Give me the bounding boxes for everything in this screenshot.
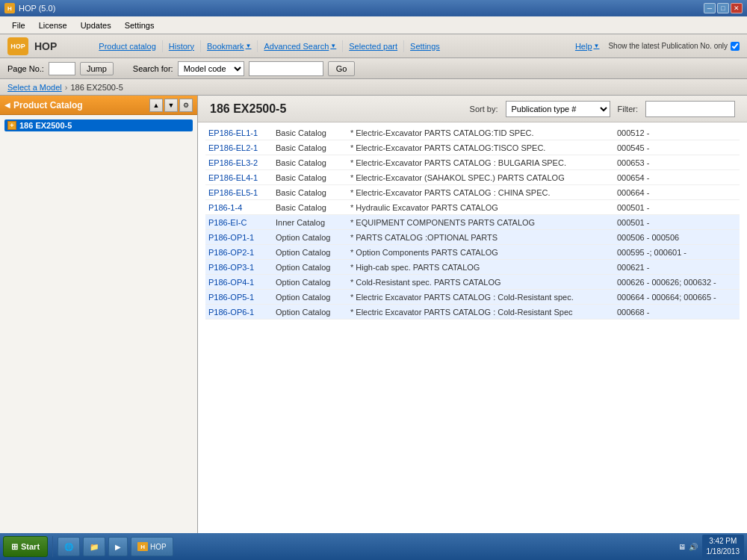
catalog-row-id[interactable]: P186-OP2-1 — [208, 248, 276, 257]
nav-selected-part[interactable]: Selected part — [343, 40, 404, 52]
nav-product-catalog[interactable]: Product catalog — [93, 40, 162, 52]
taskbar-ie-button[interactable]: 🌐 — [58, 537, 80, 556]
catalog-row[interactable]: P186-OP1-1Option Catalog* PARTS CATALOG … — [205, 230, 740, 245]
sidebar-header: ◀ Product Catalog ▲ ▼ ⚙ — [0, 96, 197, 115]
taskbar-folder-button[interactable]: 📁 — [83, 537, 105, 556]
minimize-button[interactable]: ─ — [704, 3, 716, 13]
taskbar-volume-icon: 🔊 — [689, 543, 698, 551]
menu-updates[interactable]: Updates — [75, 19, 117, 31]
filter-input[interactable] — [645, 101, 735, 117]
catalog-row[interactable]: P186-1-4Basic Catalog* Hydraulic Excavat… — [205, 200, 740, 215]
tree-expand-icon[interactable]: + — [7, 121, 16, 130]
taskbar-clock: 3:42 PM 1/18/2013 — [702, 535, 745, 559]
catalog-row-desc: * Electric-Excavator PARTS CATALOG : CHI… — [350, 188, 617, 197]
catalog-row-id[interactable]: EP186-EL2-1 — [208, 143, 276, 152]
main-content: ◀ Product Catalog ▲ ▼ ⚙ + 186 EX2500-5 1… — [0, 96, 747, 538]
catalog-row[interactable]: EP186-EL1-1Basic Catalog* Electric-Excav… — [205, 125, 740, 140]
catalog-row[interactable]: P186-OP6-1Option Catalog* Electric Excav… — [205, 305, 740, 320]
catalog-row[interactable]: P186-OP2-1Option Catalog* Option Compone… — [205, 245, 740, 260]
maximize-button[interactable]: □ — [717, 3, 729, 13]
menu-license[interactable]: License — [33, 19, 73, 31]
filter-label: Filter: — [618, 105, 639, 113]
catalog-table: EP186-EL1-1Basic Catalog* Electric-Excav… — [198, 122, 747, 538]
catalog-row[interactable]: P186-OP4-1Option Catalog* Cold-Resistant… — [205, 275, 740, 290]
search-input[interactable] — [249, 61, 323, 76]
title-bar-text: HOP (5.0) — [19, 4, 55, 13]
catalog-row-type: Inner Catalog — [276, 218, 350, 227]
app-icon: H — [4, 3, 15, 13]
nav-help[interactable]: Help — [569, 40, 606, 52]
breadcrumb-bar: Select a Model › 186 EX2500-5 — [0, 79, 747, 96]
sidebar-settings-button[interactable]: ⚙ — [179, 99, 193, 112]
taskbar-hop-icon: H — [137, 542, 148, 551]
menu-file[interactable]: File — [6, 19, 31, 31]
catalog-row-id[interactable]: EP186-EL1-1 — [208, 128, 276, 137]
content-title: 186 EX2500-5 — [210, 102, 462, 116]
page-number-input[interactable] — [49, 62, 75, 75]
catalog-row-type: Basic Catalog — [276, 188, 350, 197]
search-type-select[interactable]: Model code Part number Description — [178, 61, 244, 76]
tree-item-186ex2500[interactable]: + 186 EX2500-5 — [4, 119, 193, 131]
catalog-row-num: 000501 - — [617, 203, 737, 212]
catalog-row-id[interactable]: P186-1-4 — [208, 203, 276, 212]
search-for-label: Search for: — [133, 64, 173, 73]
catalog-row[interactable]: P186-EI-CInner Catalog* EQUIPMENT COMPON… — [205, 215, 740, 230]
show-latest-checkbox[interactable] — [731, 42, 740, 51]
catalog-row-type: Option Catalog — [276, 278, 350, 287]
toolbar-logo: HOP — [7, 37, 28, 55]
catalog-row-id[interactable]: EP186-EL5-1 — [208, 188, 276, 197]
jump-button[interactable]: Jump — [80, 62, 114, 75]
catalog-row-num: 000626 - 000626; 000632 - — [617, 278, 737, 287]
start-windows-icon: ⊞ — [11, 542, 18, 552]
nav-bookmark[interactable]: Bookmark — [201, 40, 258, 52]
catalog-row-desc: * Hydraulic Excavator PARTS CATALOG — [350, 203, 617, 212]
sort-select[interactable]: Publication type # Part number Descripti… — [506, 101, 610, 117]
catalog-row[interactable]: P186-OP5-1Option Catalog* Electric Excav… — [205, 290, 740, 305]
taskbar-hop-button[interactable]: H HOP — [131, 537, 173, 556]
catalog-row-num: 000654 - — [617, 173, 737, 182]
sort-label: Sort by: — [470, 105, 498, 113]
taskbar-media-button[interactable]: ▶ — [108, 537, 128, 556]
show-latest-label: Show the latest Publication No. only — [608, 42, 728, 50]
nav-links: Product catalog History Bookmark Advance… — [93, 40, 445, 52]
catalog-row-id[interactable]: EP186-EL3-2 — [208, 158, 276, 167]
menu-bar: File License Updates Settings — [0, 16, 747, 34]
catalog-row-desc: * Electric Excavator PARTS CATALOG : Col… — [350, 293, 617, 302]
catalog-row[interactable]: EP186-EL3-2Basic Catalog* Electric-Excav… — [205, 155, 740, 170]
content-header: 186 EX2500-5 Sort by: Publication type #… — [198, 96, 747, 122]
sidebar-up-button[interactable]: ▲ — [149, 99, 163, 112]
sidebar-down-button[interactable]: ▼ — [164, 99, 178, 112]
catalog-row-id[interactable]: EP186-EL4-1 — [208, 173, 276, 182]
taskbar-network-icon: 🖥 — [678, 543, 686, 551]
catalog-row-type: Basic Catalog — [276, 173, 350, 182]
catalog-row-id[interactable]: P186-OP3-1 — [208, 263, 276, 272]
menu-settings[interactable]: Settings — [119, 19, 161, 31]
catalog-row-id[interactable]: P186-EI-C — [208, 218, 276, 227]
nav-settings[interactable]: Settings — [404, 40, 446, 52]
catalog-row-id[interactable]: P186-OP5-1 — [208, 293, 276, 302]
catalog-row-type: Basic Catalog — [276, 143, 350, 152]
sidebar: ◀ Product Catalog ▲ ▼ ⚙ + 186 EX2500-5 — [0, 96, 198, 538]
catalog-row-num: 000668 - — [617, 308, 737, 317]
breadcrumb-link[interactable]: Select a Model — [7, 83, 62, 92]
catalog-row-type: Basic Catalog — [276, 203, 350, 212]
catalog-row-num: 000664 - — [617, 188, 737, 197]
sidebar-title: Product Catalog — [13, 100, 146, 111]
sidebar-collapse-icon[interactable]: ◀ — [4, 101, 10, 109]
nav-history[interactable]: History — [163, 40, 201, 52]
go-button[interactable]: Go — [328, 61, 356, 76]
close-button[interactable]: ✕ — [731, 3, 743, 13]
start-button[interactable]: ⊞ Start — [3, 536, 48, 557]
catalog-row[interactable]: P186-OP3-1Option Catalog* High-cab spec.… — [205, 260, 740, 275]
catalog-row-desc: * PARTS CATALOG :OPTIONAL PARTS — [350, 233, 617, 242]
catalog-row-id[interactable]: P186-OP1-1 — [208, 233, 276, 242]
catalog-row[interactable]: EP186-EL5-1Basic Catalog* Electric-Excav… — [205, 185, 740, 200]
catalog-row[interactable]: EP186-EL2-1Basic Catalog* Electric-Excav… — [205, 140, 740, 155]
catalog-row-num: 000501 - — [617, 218, 737, 227]
catalog-row-desc: * Electric-Excavator PARTS CATALOG : BUL… — [350, 158, 617, 167]
catalog-row-id[interactable]: P186-OP6-1 — [208, 308, 276, 317]
catalog-row-desc: * Option Components PARTS CATALOG — [350, 248, 617, 257]
catalog-row-id[interactable]: P186-OP4-1 — [208, 278, 276, 287]
nav-advanced-search[interactable]: Advanced Search — [258, 40, 343, 52]
catalog-row[interactable]: EP186-EL4-1Basic Catalog* Electric-Excav… — [205, 170, 740, 185]
